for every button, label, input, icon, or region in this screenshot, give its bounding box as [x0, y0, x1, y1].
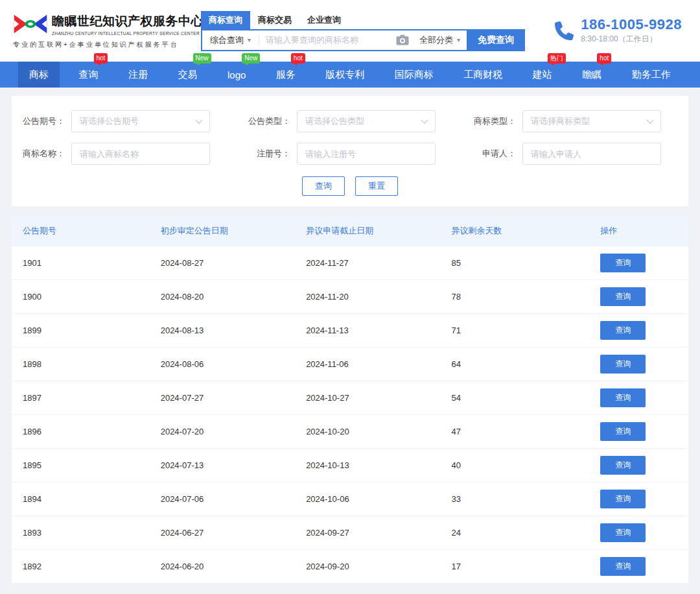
- filter-reset-button[interactable]: 重置: [355, 176, 398, 196]
- trademark-search-input[interactable]: [259, 35, 392, 45]
- nav-item-label: logo: [228, 69, 246, 80]
- row-query-button[interactable]: 查询: [600, 254, 646, 272]
- cell-days-remaining: 71: [452, 326, 601, 335]
- nav-item-label: 瞻瞩: [582, 69, 601, 81]
- chevron-down-icon: [421, 116, 428, 123]
- brand-tagline: 专业的互联网+企事业单位知识产权服务平台: [13, 40, 187, 49]
- nav-item[interactable]: logoNew: [216, 62, 257, 88]
- cell-objection-deadline: 2024-09-27: [306, 528, 451, 538]
- cell-actions: 查询: [600, 557, 688, 576]
- cell-objection-deadline: 2024-11-13: [306, 326, 451, 335]
- cell-publication-date: 2024-07-13: [161, 460, 306, 470]
- cell-publication-date: 2024-07-20: [161, 427, 306, 436]
- header-search-tab[interactable]: 企业查询: [299, 11, 349, 29]
- cell-days-remaining: 47: [452, 427, 601, 436]
- brand-title: 瞻瞩世纪知识产权服务中心: [52, 13, 204, 30]
- cell-actions: 查询: [600, 523, 688, 542]
- nav-item[interactable]: 服务hot: [265, 62, 307, 88]
- nav-item[interactable]: 注册: [117, 62, 159, 88]
- nav-item-label: 工商财税: [463, 69, 502, 81]
- cell-objection-deadline: 2024-10-27: [306, 393, 451, 403]
- contact: 186-1005-9928 8:30-18:00（工作日）: [555, 17, 687, 44]
- filter-select[interactable]: 请选择公告类型: [297, 110, 436, 132]
- chevron-down-icon: ▾: [248, 36, 251, 43]
- row-query-button[interactable]: 查询: [600, 321, 646, 340]
- site-header: 瞻瞩世纪知识产权服务中心 ZHANZHU CENTURY INTELLECTUA…: [0, 0, 700, 62]
- cell-publication-date: 2024-08-27: [161, 258, 306, 268]
- nav-item[interactable]: 瞻瞩hot: [571, 62, 612, 88]
- row-query-button[interactable]: 查询: [600, 287, 646, 306]
- filter-field-label: 公告类型：: [237, 115, 297, 127]
- class-filter-value: 全部分类: [419, 34, 453, 46]
- filter-field-label: 商标类型：: [463, 115, 522, 127]
- cell-issue-number: 1892: [12, 562, 161, 571]
- free-search-button[interactable]: 免费查询: [467, 29, 525, 51]
- filter-input[interactable]: [71, 143, 210, 165]
- row-query-button[interactable]: 查询: [600, 557, 646, 576]
- camera-icon[interactable]: [396, 34, 409, 45]
- nav-item-label: 版权专利: [325, 69, 364, 81]
- row-query-button[interactable]: 查询: [600, 456, 646, 475]
- business-hours: 8:30-18:00（工作日）: [581, 34, 682, 45]
- filter-select[interactable]: 请选择商标类型: [522, 110, 661, 132]
- search-type-value: 综合查询: [210, 34, 244, 46]
- row-query-button[interactable]: 查询: [600, 523, 646, 542]
- class-filter-select[interactable]: 全部分类 ▾: [413, 34, 467, 46]
- filter-grid: 公告期号：请选择公告期号公告类型：请选择公告类型商标类型：请选择商标类型商标名称…: [12, 110, 688, 165]
- filter-actions: 查询 重置: [12, 176, 688, 196]
- column-header: 操作: [600, 225, 688, 237]
- cell-objection-deadline: 2024-10-13: [306, 460, 451, 470]
- filter-search-button[interactable]: 查询: [302, 176, 345, 196]
- filter-input[interactable]: [297, 143, 436, 165]
- cell-objection-deadline: 2024-10-20: [306, 427, 451, 436]
- table-body: 19012024-08-272024-11-2785查询19002024-08-…: [12, 246, 688, 584]
- filter-select-placeholder: 请选择公告期号: [80, 115, 196, 127]
- cell-publication-date: 2024-07-27: [161, 393, 306, 403]
- filter-input[interactable]: [522, 143, 661, 165]
- nav-item[interactable]: 交易New: [167, 62, 209, 88]
- row-query-button[interactable]: 查询: [600, 422, 646, 441]
- cell-publication-date: 2024-06-27: [161, 528, 306, 538]
- cell-actions: 查询: [600, 321, 688, 340]
- cell-objection-deadline: 2024-09-20: [306, 562, 451, 571]
- main-nav: 商标查询hot注册交易NewlogoNew服务hot版权专利国际商标工商财税建站…: [0, 62, 700, 88]
- row-query-button[interactable]: 查询: [600, 490, 646, 508]
- filter-field: 公告类型：请选择公告类型: [237, 110, 463, 132]
- nav-badge: New: [193, 53, 211, 64]
- cell-objection-deadline: 2024-10-06: [306, 494, 451, 504]
- filter-field-label: 商标名称：: [12, 148, 71, 160]
- nav-item[interactable]: 商标: [18, 62, 60, 88]
- table-row: 18992024-08-132024-11-1371查询: [12, 314, 688, 348]
- cell-issue-number: 1894: [12, 494, 161, 504]
- cell-issue-number: 1896: [12, 427, 161, 436]
- chevron-down-icon: ▾: [457, 36, 460, 43]
- header-search-tab[interactable]: 商标查询: [201, 11, 250, 29]
- nav-item[interactable]: 版权专利: [314, 62, 375, 88]
- filter-select[interactable]: 请选择公告期号: [71, 110, 210, 132]
- nav-item[interactable]: 建站热门: [522, 62, 563, 88]
- cell-issue-number: 1901: [12, 258, 161, 268]
- cell-actions: 查询: [600, 355, 688, 374]
- nav-item-label: 建站: [533, 69, 552, 81]
- brand-logo-icon: [13, 12, 48, 36]
- cell-days-remaining: 54: [452, 393, 601, 403]
- nav-item[interactable]: 勤务工作: [621, 62, 682, 88]
- cell-days-remaining: 85: [452, 258, 601, 268]
- table-row: 18972024-07-272024-10-2754查询: [12, 381, 688, 415]
- cell-issue-number: 1897: [12, 393, 161, 403]
- table-row: 18962024-07-202024-10-2047查询: [12, 415, 688, 449]
- filter-field: 公告期号：请选择公告期号: [12, 110, 237, 132]
- column-header: 异议申请截止日期: [306, 225, 451, 237]
- column-header: 异议剩余天数: [452, 225, 601, 237]
- nav-item[interactable]: 工商财税: [452, 62, 513, 88]
- cell-publication-date: 2024-07-06: [161, 494, 306, 504]
- phone-number: 186-1005-9928: [581, 17, 682, 32]
- table-row: 19002024-08-202024-11-2078查询: [12, 280, 688, 314]
- row-query-button[interactable]: 查询: [600, 388, 646, 407]
- header-search-tab[interactable]: 商标交易: [250, 11, 299, 29]
- search-type-select[interactable]: 综合查询 ▾: [202, 34, 259, 46]
- cell-days-remaining: 64: [452, 359, 601, 369]
- row-query-button[interactable]: 查询: [600, 355, 646, 374]
- nav-item[interactable]: 查询hot: [68, 62, 110, 88]
- nav-item[interactable]: 国际商标: [384, 62, 445, 88]
